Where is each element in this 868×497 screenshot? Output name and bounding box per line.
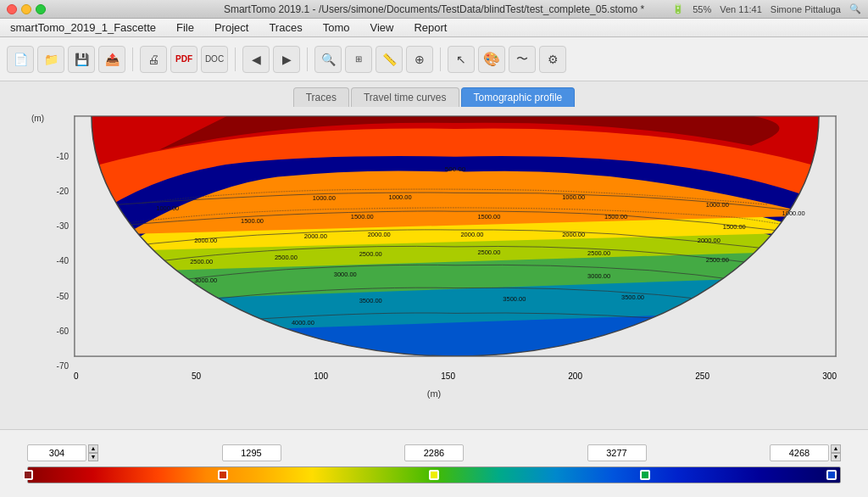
- svg-text:1500.00: 1500.00: [351, 213, 374, 221]
- svg-text:3000.00: 3000.00: [334, 271, 357, 278]
- svg-text:3000.00: 3000.00: [194, 276, 217, 284]
- minimize-button[interactable]: [21, 4, 31, 14]
- svg-text:500.00: 500.00: [445, 165, 466, 173]
- min-value-group: ▲ ▼: [27, 444, 98, 461]
- svg-text:2500.00: 2500.00: [477, 248, 500, 256]
- tab-tomographic-profile[interactable]: Tomographic profile: [461, 87, 576, 107]
- titlebar: SmartTomo 2019.1 - /Users/simone/Documen…: [0, 0, 868, 19]
- menu-tomo[interactable]: Tomo: [320, 20, 353, 36]
- svg-text:1500.00: 1500.00: [477, 213, 500, 221]
- svg-text:4000.00: 4000.00: [292, 319, 314, 327]
- max-step-up[interactable]: ▲: [831, 444, 841, 453]
- val1-input[interactable]: [222, 444, 281, 461]
- chart-frame: 500.00 1000.00 1000.00 1000.00 1000.00 1…: [74, 115, 837, 357]
- tomographic-profile-svg: 500.00 1000.00 1000.00 1000.00 1000.00 1…: [75, 116, 836, 356]
- svg-text:1000.00: 1000.00: [389, 193, 412, 201]
- svg-text:2000.00: 2000.00: [698, 237, 721, 244]
- battery-percent: 55%: [693, 4, 711, 14]
- separator-2: [235, 47, 236, 71]
- svg-text:3500.00: 3500.00: [732, 299, 754, 306]
- x-tick-300: 300: [822, 371, 837, 387]
- y-tick--60: -60: [57, 327, 69, 336]
- menu-file[interactable]: File: [173, 20, 198, 36]
- menu-report[interactable]: Report: [410, 20, 450, 36]
- min-value-input[interactable]: [27, 444, 86, 461]
- open-button[interactable]: 📁: [37, 46, 64, 73]
- max-value-group: ▲ ▼: [770, 444, 841, 461]
- min-step-up[interactable]: ▲: [88, 444, 98, 453]
- colorbar-marker-2[interactable]: [429, 470, 439, 480]
- close-button[interactable]: [7, 4, 17, 14]
- titlebar-right: 🔋 55% Ven 11:41 Simone Pittaluga 🔍: [672, 3, 861, 14]
- zoom-fit-button[interactable]: ⊞: [345, 46, 372, 73]
- tab-traces[interactable]: Traces: [293, 87, 349, 107]
- print-pdf2-button[interactable]: PDF: [170, 46, 198, 73]
- x-tick-50: 50: [192, 371, 201, 387]
- wave-button[interactable]: 〜: [509, 46, 536, 73]
- save-button[interactable]: 💾: [68, 46, 95, 73]
- svg-text:1000.00: 1000.00: [562, 193, 585, 201]
- search-icon[interactable]: 🔍: [849, 3, 861, 14]
- colorbar-marker-4[interactable]: [826, 470, 837, 480]
- back-button[interactable]: ◀: [242, 46, 270, 73]
- colorbar-gradient[interactable]: [27, 466, 841, 483]
- colorbar-area: ▲ ▼ ▲ ▼: [0, 429, 868, 497]
- traffic-lights[interactable]: [7, 4, 46, 14]
- y-tick--50: -50: [57, 292, 69, 301]
- val2-input[interactable]: [404, 444, 464, 461]
- export-button[interactable]: 📤: [98, 46, 125, 73]
- min-stepper[interactable]: ▲ ▼: [88, 444, 98, 461]
- menu-view[interactable]: View: [366, 20, 397, 36]
- y-tick--20: -20: [57, 187, 69, 196]
- maximize-button[interactable]: [36, 4, 46, 14]
- split-button[interactable]: ⊕: [406, 46, 433, 73]
- min-step-down[interactable]: ▼: [88, 453, 98, 461]
- colorbar-marker-1[interactable]: [218, 470, 228, 480]
- svg-text:2500.00: 2500.00: [359, 250, 382, 258]
- tab-travel-time[interactable]: Travel time curves: [351, 87, 459, 107]
- svg-text:3000.00: 3000.00: [587, 272, 610, 280]
- max-step-down[interactable]: ▼: [831, 453, 841, 461]
- x-tick-100: 100: [314, 371, 328, 387]
- colorbar-inputs: ▲ ▼ ▲ ▼: [27, 444, 841, 461]
- ruler-button[interactable]: 📏: [376, 46, 403, 73]
- menu-app[interactable]: smartTomo_2019_1_Fascette: [7, 20, 159, 36]
- svg-text:2000.00: 2000.00: [562, 231, 585, 238]
- max-value-input[interactable]: [770, 444, 829, 461]
- svg-text:2000.00: 2000.00: [304, 232, 327, 240]
- separator-4: [440, 47, 441, 71]
- separator-3: [307, 47, 308, 71]
- svg-text:3500.00: 3500.00: [503, 295, 526, 303]
- svg-text:2000.00: 2000.00: [368, 231, 391, 238]
- window-title: SmartTomo 2019.1 - /Users/simone/Documen…: [224, 3, 644, 15]
- menubar: smartTomo_2019_1_Fascette File Project T…: [0, 19, 868, 37]
- y-tick--10: -10: [57, 152, 69, 161]
- doc-button[interactable]: DOC: [201, 46, 228, 73]
- svg-text:1500.00: 1500.00: [604, 213, 627, 221]
- max-stepper[interactable]: ▲ ▼: [831, 444, 841, 461]
- settings-button[interactable]: ⚙: [539, 46, 566, 73]
- menu-project[interactable]: Project: [211, 20, 252, 36]
- svg-text:1000.00: 1000.00: [156, 204, 179, 212]
- val3-input[interactable]: [587, 444, 647, 461]
- zoom-out-button[interactable]: 🔍: [314, 46, 342, 73]
- colorbar-marker-3[interactable]: [640, 470, 650, 480]
- new-button[interactable]: 📄: [7, 46, 34, 73]
- x-tick-150: 150: [441, 371, 455, 387]
- separator-1: [132, 47, 133, 71]
- svg-text:1000.00: 1000.00: [706, 201, 729, 209]
- y-tick--70: -70: [57, 361, 69, 371]
- x-axis-unit-label: (m): [31, 388, 837, 399]
- colorbar-marker-0[interactable]: [23, 470, 33, 480]
- main-content: (m) -10 -20 -30 -40 -50 -60 -70: [0, 107, 868, 429]
- tabs-bar: Traces Travel time curves Tomographic pr…: [0, 81, 868, 107]
- menu-traces[interactable]: Traces: [265, 20, 305, 36]
- print-pdf-button[interactable]: 🖨: [140, 46, 167, 73]
- x-tick-200: 200: [568, 371, 582, 387]
- cursor-button[interactable]: ↖: [448, 46, 475, 73]
- forward-button[interactable]: ▶: [273, 46, 300, 73]
- palette-button[interactable]: 🎨: [478, 46, 505, 73]
- svg-text:1000.00: 1000.00: [313, 194, 336, 202]
- x-tick-0: 0: [74, 371, 79, 387]
- svg-text:2500.00: 2500.00: [190, 258, 213, 265]
